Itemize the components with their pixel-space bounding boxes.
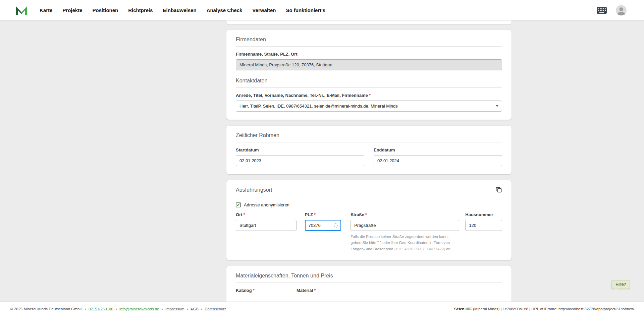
required-mark: * bbox=[244, 212, 245, 217]
previous-card-bottom bbox=[226, 20, 512, 24]
footer-datenschutz-link[interactable]: Datenschutz bbox=[205, 307, 226, 311]
kontakt-select-value: Herr, TitelP, Selen, IDE, 0987/654321, s… bbox=[239, 104, 398, 109]
ort-label: Ort* bbox=[236, 212, 297, 217]
katalog-field: Katalog* bbox=[236, 283, 297, 296]
address-fields: Ort* PLZ* Straß bbox=[236, 212, 502, 252]
anonymisieren-checkbox-row[interactable]: ✔ Adresse anonymisieren bbox=[236, 202, 502, 207]
separator-dot: • bbox=[85, 307, 86, 311]
separator-dot: • bbox=[201, 307, 202, 311]
firmendaten-title: Firmendaten bbox=[236, 37, 502, 43]
startdatum-field: Startdatum bbox=[236, 142, 364, 166]
zeitraum-title: Zeitlicher Rahmen bbox=[236, 132, 502, 138]
startdatum-label: Startdatum bbox=[236, 147, 364, 152]
ausfuehrungsort-card: Ausführungsort ✔ Adresse anonymisieren O… bbox=[226, 180, 512, 260]
footer-agb-link[interactable]: AGB bbox=[191, 307, 199, 311]
anonymisieren-checkbox[interactable]: ✔ bbox=[236, 202, 241, 207]
ort-input[interactable] bbox=[236, 220, 297, 231]
chevron-down-icon bbox=[496, 105, 498, 107]
strasse-hint: Falls die Position keiner Straße zugeord… bbox=[351, 234, 459, 252]
required-mark: * bbox=[314, 288, 316, 293]
material-label: Material* bbox=[297, 288, 357, 293]
katalog-label: Katalog* bbox=[236, 288, 297, 293]
nav-richtpreis[interactable]: Richtpreis bbox=[128, 7, 153, 13]
ausfuehrungsort-title: Ausführungsort bbox=[236, 187, 272, 193]
nav-projekte[interactable]: Projekte bbox=[62, 7, 82, 13]
firmenname-label: Firmenname, Straße, PLZ, Ort bbox=[236, 52, 502, 57]
keyboard-icon[interactable] bbox=[596, 6, 607, 14]
plz-label: PLZ* bbox=[305, 212, 341, 217]
divider bbox=[236, 87, 502, 88]
strasse-input[interactable] bbox=[351, 220, 459, 231]
required-mark: * bbox=[365, 212, 367, 217]
enddatum-input[interactable] bbox=[374, 155, 502, 166]
loading-spinner-icon bbox=[333, 223, 338, 229]
hausnummer-input[interactable] bbox=[465, 220, 502, 231]
nav-so-funktionierts[interactable]: So funktioniert's bbox=[286, 7, 325, 13]
firmenname-input bbox=[236, 59, 502, 70]
footer-left: © 2025 Mineral Minds Deutschland GmbH • … bbox=[10, 307, 226, 311]
plz-field: PLZ* bbox=[305, 212, 341, 252]
mineral-minds-logo-icon bbox=[15, 4, 28, 17]
footer-email-link[interactable]: info@mineral-minds.de bbox=[119, 307, 159, 311]
hilfe-button[interactable]: Hilfe? bbox=[611, 280, 630, 289]
nav-positionen[interactable]: Positionen bbox=[93, 7, 118, 13]
enddatum-label: Enddatum bbox=[374, 147, 502, 152]
nav-verwalten[interactable]: Verwalten bbox=[252, 7, 276, 13]
session-user-text: Selen IDE bbox=[454, 307, 472, 311]
enddatum-field: Enddatum bbox=[374, 142, 502, 166]
ort-field: Ort* bbox=[236, 212, 297, 252]
hausnummer-label: Hausnummer bbox=[465, 212, 502, 217]
material-card: Materialeigenschaften, Tonnen und Preis … bbox=[226, 266, 512, 304]
required-mark: * bbox=[253, 288, 255, 293]
nav-analyse-check[interactable]: Analyse Check bbox=[207, 7, 243, 13]
divider bbox=[236, 197, 502, 197]
top-navbar: Karte Projekte Positionen Richtpreis Ein… bbox=[0, 0, 644, 20]
footer-right: Selen IDE (Mineral Minds) | 1c708e00a1e8… bbox=[454, 307, 634, 311]
strasse-label: Straße* bbox=[351, 212, 459, 217]
kontakt-label: Anrede, Titel, Vorname, Nachname, Tel.-N… bbox=[236, 93, 502, 98]
session-info-text: (Mineral Minds) | 1c708e00a1e8 | URL of … bbox=[472, 307, 634, 311]
separator-dot: • bbox=[162, 307, 163, 311]
material-field: Material* bbox=[297, 283, 357, 296]
nav-einbauweisen[interactable]: Einbauweisen bbox=[163, 7, 197, 13]
check-icon: ✔ bbox=[236, 203, 240, 207]
required-mark: * bbox=[369, 93, 371, 98]
footer: © 2025 Mineral Minds Deutschland GmbH • … bbox=[0, 302, 644, 316]
hausnummer-field: Hausnummer bbox=[465, 212, 502, 252]
required-mark: * bbox=[314, 212, 316, 217]
footer-impressum-link[interactable]: Impressum bbox=[165, 307, 184, 311]
footer-phone-link[interactable]: 07151/250100 bbox=[89, 307, 113, 311]
nav-karte[interactable]: Karte bbox=[40, 7, 52, 13]
zeitraum-card: Zeitlicher Rahmen Startdatum Enddatum bbox=[226, 126, 512, 174]
separator-dot: • bbox=[187, 307, 188, 311]
kontakt-select[interactable]: Herr, TitelP, Selen, IDE, 0987/654321, s… bbox=[236, 101, 502, 112]
copyright-text: © 2025 Mineral Minds Deutschland GmbH bbox=[10, 307, 83, 311]
anonymisieren-label: Adresse anonymisieren bbox=[244, 202, 289, 207]
material-title: Materialeigenschaften, Tonnen und Preis bbox=[236, 273, 502, 279]
app-logo[interactable] bbox=[15, 4, 28, 17]
firmendaten-card: Firmendaten Firmenname, Straße, PLZ, Ort… bbox=[226, 30, 512, 120]
navbar-right bbox=[596, 5, 627, 16]
copy-icon[interactable] bbox=[495, 186, 502, 194]
kontaktdaten-title: Kontaktdaten bbox=[236, 78, 502, 84]
strasse-field: Straße* Falls die Position keiner Straße… bbox=[351, 212, 459, 252]
separator-dot: • bbox=[116, 307, 117, 311]
main-nav: Karte Projekte Positionen Richtpreis Ein… bbox=[40, 7, 325, 13]
main-content: Firmendaten Firmenname, Straße, PLZ, Ort… bbox=[226, 20, 512, 310]
user-avatar[interactable] bbox=[616, 5, 627, 16]
startdatum-input[interactable] bbox=[236, 155, 364, 166]
divider bbox=[236, 46, 502, 47]
